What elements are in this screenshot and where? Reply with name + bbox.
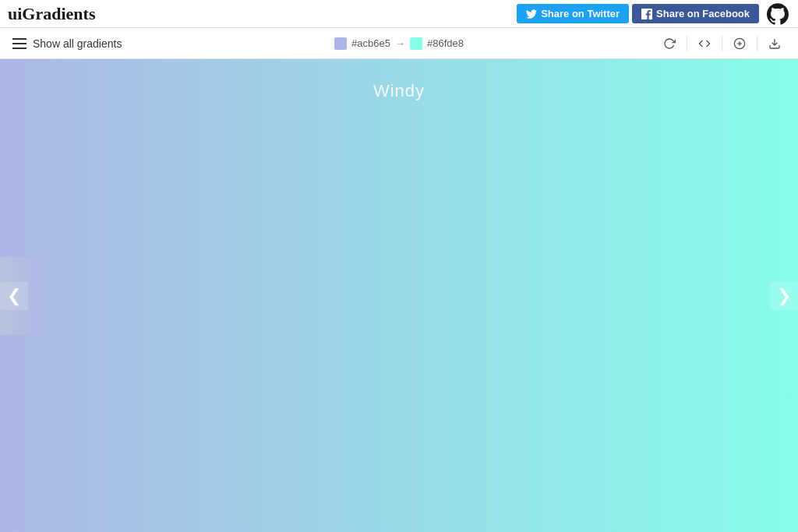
facebook-icon — [641, 9, 652, 19]
arrow-right-icon: → — [395, 37, 405, 49]
facebook-btn-label: Share on Facebook — [656, 8, 750, 19]
toolbar-actions — [659, 34, 786, 53]
github-button[interactable] — [765, 2, 790, 26]
add-button[interactable] — [729, 34, 750, 53]
next-arrow-icon: ❯ — [777, 286, 791, 306]
hamburger-icon — [12, 38, 26, 49]
gradient-display: Windy ❮ ❯ — [0, 59, 798, 532]
share-facebook-button[interactable]: Share on Facebook — [632, 4, 759, 23]
color-to-swatch — [410, 37, 422, 50]
color-from-swatch — [334, 37, 347, 50]
refresh-button[interactable] — [659, 34, 680, 53]
gradient-name: Windy — [373, 81, 425, 101]
color-from-label: #acb6e5 — [351, 37, 390, 49]
next-gradient-button[interactable]: ❯ — [770, 282, 798, 310]
plus-icon — [733, 37, 746, 50]
logo: uiGradients — [8, 4, 95, 24]
download-icon — [768, 37, 781, 50]
divider-2 — [722, 36, 722, 51]
share-twitter-button[interactable]: Share on Twitter — [517, 4, 629, 23]
show-all-label: Show all gradients — [33, 37, 122, 50]
code-button[interactable] — [694, 34, 715, 53]
divider-3 — [757, 36, 757, 51]
color-to-label: #86fde8 — [427, 37, 464, 49]
prev-gradient-button[interactable]: ❮ — [0, 282, 28, 310]
navbar-left: uiGradients — [8, 4, 95, 24]
twitter-btn-label: Share on Twitter — [541, 8, 620, 19]
refresh-icon — [663, 37, 676, 50]
toolbar: Show all gradients #acb6e5 → #86fde8 — [0, 28, 798, 59]
github-icon — [767, 3, 789, 25]
download-button[interactable] — [764, 34, 786, 53]
code-icon — [698, 37, 711, 50]
twitter-icon — [526, 9, 537, 19]
prev-arrow-icon: ❮ — [7, 286, 21, 306]
toolbar-center: #acb6e5 → #86fde8 — [334, 37, 464, 50]
navbar-right: Share on Twitter Share on Facebook — [517, 2, 790, 26]
divider-1 — [687, 36, 687, 51]
show-all-gradients-btn[interactable]: Show all gradients — [12, 37, 122, 50]
navbar: uiGradients Share on Twitter Share on Fa… — [0, 0, 798, 28]
